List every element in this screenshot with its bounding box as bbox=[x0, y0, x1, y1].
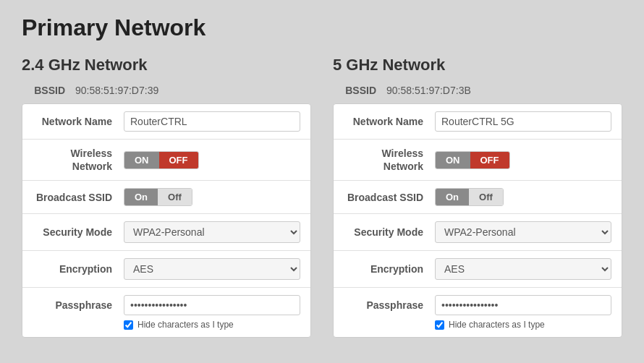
encryption-24ghz-label: Encryption bbox=[33, 262, 112, 276]
passphrase-5ghz-hint: Hide characters as I type bbox=[435, 320, 545, 330]
passphrase-24ghz-row: Passphrase Hide characters as I type bbox=[22, 288, 310, 337]
wireless-24ghz-off-btn[interactable]: OFF bbox=[159, 152, 198, 168]
security-24ghz-row: Security Mode WPA2-Personal WPA-Personal… bbox=[22, 214, 310, 251]
network-name-5ghz-row: Network Name bbox=[334, 104, 622, 140]
form-section-24ghz: Network Name Wireless Network ON OFF Bro… bbox=[22, 103, 311, 338]
wireless-24ghz-label: Wireless Network bbox=[33, 147, 112, 173]
broadcast-5ghz-toggle: On Off bbox=[435, 188, 504, 206]
network-name-5ghz-content bbox=[435, 111, 611, 132]
broadcast-24ghz-label: Broadcast SSID bbox=[33, 191, 112, 204]
encryption-5ghz-row: Encryption AES TKIP bbox=[334, 251, 622, 288]
bssid-5ghz-row: BSSID 90:58:51:97:D7:3B bbox=[333, 85, 622, 96]
bssid-5ghz-value: 90:58:51:97:D7:3B bbox=[386, 85, 471, 96]
passphrase-24ghz-input[interactable] bbox=[124, 295, 300, 315]
bssid-24ghz-row: BSSID 90:58:51:97:D7:39 bbox=[22, 85, 311, 96]
network-name-24ghz-label: Network Name bbox=[33, 115, 112, 128]
wireless-5ghz-on-btn[interactable]: ON bbox=[436, 152, 470, 168]
passphrase-5ghz-content bbox=[435, 295, 611, 315]
security-24ghz-label: Security Mode bbox=[33, 226, 112, 239]
encryption-5ghz-label: Encryption bbox=[344, 262, 423, 276]
security-5ghz-content: WPA2-Personal WPA-Personal WEP None bbox=[435, 221, 611, 243]
network-24ghz-column: 2.4 GHz Network BSSID 90:58:51:97:D7:39 … bbox=[22, 56, 326, 338]
wireless-5ghz-content: ON OFF bbox=[435, 151, 611, 169]
encryption-24ghz-select[interactable]: AES TKIP bbox=[124, 258, 300, 280]
form-section-5ghz: Network Name Wireless Network ON OFF Bro… bbox=[333, 103, 622, 338]
broadcast-5ghz-on-btn[interactable]: On bbox=[436, 189, 469, 205]
security-5ghz-row: Security Mode WPA2-Personal WPA-Personal… bbox=[334, 214, 622, 251]
wireless-5ghz-label: Wireless Network bbox=[344, 147, 423, 173]
network-name-24ghz-content bbox=[124, 111, 300, 132]
wireless-24ghz-toggle: ON OFF bbox=[124, 151, 199, 169]
wireless-5ghz-row: Wireless Network ON OFF bbox=[334, 140, 622, 181]
broadcast-24ghz-on-btn[interactable]: On bbox=[124, 189, 158, 205]
network-5ghz-column: 5 GHz Network BSSID 90:58:51:97:D7:3B Ne… bbox=[326, 56, 622, 338]
passphrase-5ghz-top: Passphrase bbox=[344, 295, 611, 315]
bssid-5ghz-label: BSSID bbox=[340, 85, 376, 96]
broadcast-24ghz-content: On Off bbox=[124, 188, 300, 206]
network-name-24ghz-row: Network Name bbox=[22, 104, 310, 140]
wireless-24ghz-on-btn[interactable]: ON bbox=[124, 152, 159, 168]
bssid-24ghz-value: 90:58:51:97:D7:39 bbox=[75, 85, 158, 96]
passphrase-24ghz-content bbox=[124, 295, 300, 315]
encryption-24ghz-content: AES TKIP bbox=[124, 258, 300, 280]
hide-chars-5ghz-label: Hide characters as I type bbox=[449, 320, 545, 330]
broadcast-5ghz-label: Broadcast SSID bbox=[344, 191, 423, 204]
network-5ghz-title: 5 GHz Network bbox=[333, 56, 622, 74]
security-5ghz-select[interactable]: WPA2-Personal WPA-Personal WEP None bbox=[435, 221, 611, 243]
networks-container: 2.4 GHz Network BSSID 90:58:51:97:D7:39 … bbox=[22, 56, 622, 338]
network-24ghz-title: 2.4 GHz Network bbox=[22, 56, 311, 74]
encryption-24ghz-row: Encryption AES TKIP bbox=[22, 251, 310, 288]
network-name-24ghz-input[interactable] bbox=[124, 111, 300, 132]
network-name-5ghz-input[interactable] bbox=[435, 111, 611, 132]
encryption-5ghz-select[interactable]: AES TKIP bbox=[435, 258, 611, 280]
passphrase-24ghz-hint: Hide characters as I type bbox=[124, 320, 234, 330]
wireless-24ghz-row: Wireless Network ON OFF bbox=[22, 140, 310, 181]
wireless-5ghz-off-btn[interactable]: OFF bbox=[470, 152, 509, 168]
broadcast-24ghz-row: Broadcast SSID On Off bbox=[22, 181, 310, 214]
encryption-5ghz-content: AES TKIP bbox=[435, 258, 611, 280]
passphrase-5ghz-input[interactable] bbox=[435, 295, 611, 315]
network-name-5ghz-label: Network Name bbox=[344, 115, 423, 128]
passphrase-5ghz-label: Passphrase bbox=[344, 299, 423, 312]
passphrase-24ghz-top: Passphrase bbox=[33, 295, 300, 315]
broadcast-24ghz-toggle: On Off bbox=[124, 188, 192, 206]
broadcast-24ghz-off-btn[interactable]: Off bbox=[158, 189, 192, 205]
hide-chars-5ghz-checkbox[interactable] bbox=[435, 320, 444, 330]
broadcast-5ghz-row: Broadcast SSID On Off bbox=[334, 181, 622, 214]
passphrase-5ghz-row: Passphrase Hide characters as I type bbox=[334, 288, 622, 337]
security-24ghz-content: WPA2-Personal WPA-Personal WEP None bbox=[124, 221, 300, 243]
hide-chars-24ghz-checkbox[interactable] bbox=[124, 320, 133, 330]
security-5ghz-label: Security Mode bbox=[344, 226, 423, 239]
security-24ghz-select[interactable]: WPA2-Personal WPA-Personal WEP None bbox=[124, 221, 300, 243]
wireless-5ghz-toggle: ON OFF bbox=[435, 151, 510, 169]
page-title: Primary Network bbox=[22, 14, 622, 41]
broadcast-5ghz-off-btn[interactable]: Off bbox=[469, 189, 503, 205]
hide-chars-24ghz-label: Hide characters as I type bbox=[137, 320, 234, 330]
passphrase-24ghz-label: Passphrase bbox=[33, 299, 112, 312]
broadcast-5ghz-content: On Off bbox=[435, 188, 611, 206]
bssid-24ghz-label: BSSID bbox=[29, 85, 65, 96]
wireless-24ghz-content: ON OFF bbox=[124, 151, 300, 169]
